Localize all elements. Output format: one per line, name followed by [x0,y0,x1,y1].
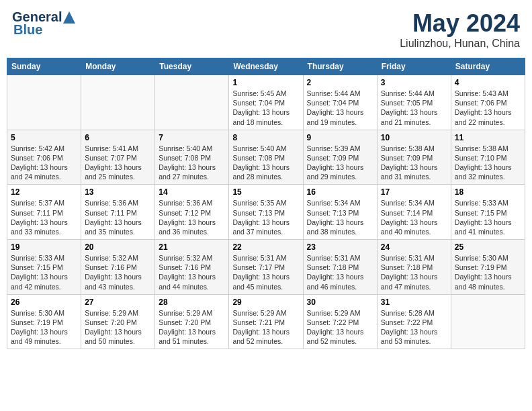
day-number: 20 [85,242,151,252]
page-header: General Blue May 2024 Liulinzhou, Hunan,… [7,7,525,52]
day-info: Sunrise: 5:43 AM Sunset: 7:06 PM Dayligh… [455,89,521,127]
day-info: Sunrise: 5:29 AM Sunset: 7:21 PM Dayligh… [232,308,299,347]
table-cell: 16Sunrise: 5:34 AM Sunset: 7:13 PM Dayli… [303,185,377,240]
day-number: 9 [307,133,373,142]
day-info: Sunrise: 5:31 AM Sunset: 7:17 PM Dayligh… [232,253,299,291]
table-cell: 27Sunrise: 5:29 AM Sunset: 7:20 PM Dayli… [81,294,155,349]
calendar-table: Sunday Monday Tuesday Wednesday Thursday… [7,58,525,349]
col-monday: Monday [81,58,155,75]
week-row-3: 12Sunrise: 5:37 AM Sunset: 7:11 PM Dayli… [7,185,525,240]
table-cell: 17Sunrise: 5:34 AM Sunset: 7:14 PM Dayli… [377,185,451,240]
day-number: 23 [307,242,373,252]
table-cell: 12Sunrise: 5:37 AM Sunset: 7:11 PM Dayli… [7,185,81,240]
table-cell [155,75,229,130]
table-cell: 6Sunrise: 5:41 AM Sunset: 7:07 PM Daylig… [81,130,155,185]
table-cell [451,294,525,349]
col-saturday: Saturday [451,58,525,75]
table-cell: 20Sunrise: 5:32 AM Sunset: 7:16 PM Dayli… [81,240,155,295]
day-number: 25 [455,242,521,252]
day-number: 2 [307,78,373,87]
day-info: Sunrise: 5:33 AM Sunset: 7:15 PM Dayligh… [455,198,521,236]
table-cell: 18Sunrise: 5:33 AM Sunset: 7:15 PM Dayli… [451,185,525,240]
day-info: Sunrise: 5:42 AM Sunset: 7:06 PM Dayligh… [11,144,77,182]
col-tuesday: Tuesday [155,58,229,75]
table-cell: 26Sunrise: 5:30 AM Sunset: 7:19 PM Dayli… [7,294,81,349]
day-info: Sunrise: 5:34 AM Sunset: 7:13 PM Dayligh… [307,198,373,236]
day-info: Sunrise: 5:40 AM Sunset: 7:08 PM Dayligh… [159,144,225,182]
day-info: Sunrise: 5:31 AM Sunset: 7:18 PM Dayligh… [307,253,373,291]
table-cell: 3Sunrise: 5:44 AM Sunset: 7:05 PM Daylig… [377,75,451,130]
day-info: Sunrise: 5:32 AM Sunset: 7:16 PM Dayligh… [85,253,151,291]
table-cell: 21Sunrise: 5:32 AM Sunset: 7:16 PM Dayli… [155,240,229,295]
day-number: 13 [85,187,151,197]
table-cell: 5Sunrise: 5:42 AM Sunset: 7:06 PM Daylig… [7,130,81,185]
day-number: 30 [307,298,373,307]
day-number: 1 [232,78,299,87]
col-friday: Friday [377,58,451,75]
day-number: 15 [232,187,299,197]
table-cell: 28Sunrise: 5:29 AM Sunset: 7:20 PM Dayli… [155,294,229,349]
table-cell: 1Sunrise: 5:45 AM Sunset: 7:04 PM Daylig… [229,75,303,130]
table-cell: 11Sunrise: 5:38 AM Sunset: 7:10 PM Dayli… [451,130,525,185]
logo: General Blue [12,9,75,38]
table-cell: 7Sunrise: 5:40 AM Sunset: 7:08 PM Daylig… [155,130,229,185]
table-cell: 30Sunrise: 5:29 AM Sunset: 7:22 PM Dayli… [303,294,377,349]
day-number: 18 [455,187,521,197]
table-cell: 19Sunrise: 5:33 AM Sunset: 7:15 PM Dayli… [7,240,81,295]
day-number: 8 [232,133,299,142]
table-cell: 31Sunrise: 5:28 AM Sunset: 7:22 PM Dayli… [377,294,451,349]
day-info: Sunrise: 5:29 AM Sunset: 7:20 PM Dayligh… [159,308,225,347]
day-number: 19 [11,242,77,252]
day-info: Sunrise: 5:45 AM Sunset: 7:04 PM Dayligh… [232,89,299,127]
day-number: 4 [455,78,521,87]
day-number: 12 [11,187,77,197]
day-number: 11 [455,133,521,142]
day-info: Sunrise: 5:41 AM Sunset: 7:07 PM Dayligh… [85,144,151,182]
calendar-subtitle: Liulinzhou, Hunan, China [400,38,520,50]
day-info: Sunrise: 5:36 AM Sunset: 7:11 PM Dayligh… [85,198,151,236]
table-cell: 24Sunrise: 5:31 AM Sunset: 7:18 PM Dayli… [377,240,451,295]
day-number: 21 [159,242,225,252]
day-info: Sunrise: 5:38 AM Sunset: 7:09 PM Dayligh… [381,144,447,182]
day-number: 17 [381,187,447,197]
week-row-5: 26Sunrise: 5:30 AM Sunset: 7:19 PM Dayli… [7,294,525,349]
day-info: Sunrise: 5:44 AM Sunset: 7:05 PM Dayligh… [381,89,447,127]
day-info: Sunrise: 5:37 AM Sunset: 7:11 PM Dayligh… [11,198,77,236]
day-info: Sunrise: 5:38 AM Sunset: 7:10 PM Dayligh… [455,144,521,182]
day-number: 10 [381,133,447,142]
day-number: 14 [159,187,225,197]
table-cell: 25Sunrise: 5:30 AM Sunset: 7:19 PM Dayli… [451,240,525,295]
day-info: Sunrise: 5:35 AM Sunset: 7:13 PM Dayligh… [232,198,299,236]
logo-blue-text: Blue [12,22,42,38]
day-info: Sunrise: 5:39 AM Sunset: 7:09 PM Dayligh… [307,144,373,182]
table-cell: 29Sunrise: 5:29 AM Sunset: 7:21 PM Dayli… [229,294,303,349]
svg-marker-0 [63,11,75,24]
day-number: 3 [381,78,447,87]
day-info: Sunrise: 5:30 AM Sunset: 7:19 PM Dayligh… [455,253,521,291]
day-info: Sunrise: 5:30 AM Sunset: 7:19 PM Dayligh… [11,308,77,347]
table-cell [7,75,81,130]
day-number: 22 [232,242,299,252]
table-cell: 15Sunrise: 5:35 AM Sunset: 7:13 PM Dayli… [229,185,303,240]
day-info: Sunrise: 5:31 AM Sunset: 7:18 PM Dayligh… [381,253,447,291]
day-number: 28 [159,298,225,307]
calendar-title: May 2024 [400,9,520,38]
table-cell [81,75,155,130]
week-row-1: 1Sunrise: 5:45 AM Sunset: 7:04 PM Daylig… [7,75,525,130]
week-row-2: 5Sunrise: 5:42 AM Sunset: 7:06 PM Daylig… [7,130,525,185]
day-number: 26 [11,298,77,307]
table-cell: 10Sunrise: 5:38 AM Sunset: 7:09 PM Dayli… [377,130,451,185]
table-cell: 22Sunrise: 5:31 AM Sunset: 7:17 PM Dayli… [229,240,303,295]
table-cell: 9Sunrise: 5:39 AM Sunset: 7:09 PM Daylig… [303,130,377,185]
col-wednesday: Wednesday [229,58,303,75]
day-info: Sunrise: 5:32 AM Sunset: 7:16 PM Dayligh… [159,253,225,291]
day-info: Sunrise: 5:33 AM Sunset: 7:15 PM Dayligh… [11,253,77,291]
day-number: 6 [85,133,151,142]
day-number: 7 [159,133,225,142]
day-number: 5 [11,133,77,142]
logo-triangle-icon [63,11,75,24]
day-number: 27 [85,298,151,307]
calendar-header-row: Sunday Monday Tuesday Wednesday Thursday… [7,58,525,75]
title-section: May 2024 Liulinzhou, Hunan, China [400,9,520,50]
day-info: Sunrise: 5:29 AM Sunset: 7:20 PM Dayligh… [85,308,151,347]
